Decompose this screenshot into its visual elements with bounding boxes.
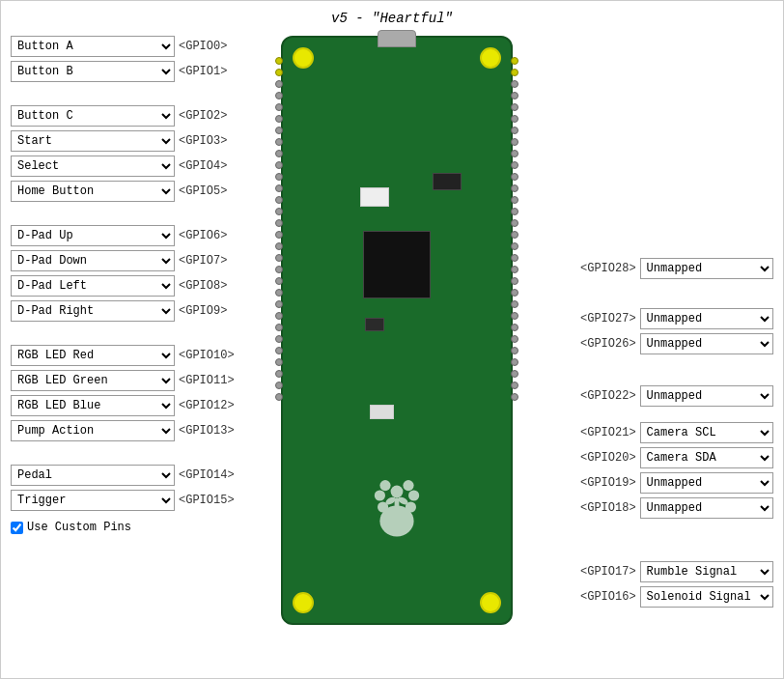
gpio17-select[interactable]: Rumble SignalUnmapped (640, 561, 773, 582)
gpio10-label: <GPIO10> (179, 349, 235, 362)
gpio2-select[interactable]: Button CUnmapped (11, 105, 175, 127)
gpio12-select[interactable]: RGB LED BlueUnmapped (11, 395, 175, 416)
gpio-row-9: D-Pad RightUnmapped <GPIO9> (11, 300, 266, 322)
gpio16-select[interactable]: Solenoid SignalUnmapped (640, 586, 773, 608)
pin-l13 (275, 196, 283, 204)
pin-l19 (275, 266, 283, 273)
gpio7-label: <GPIO7> (179, 254, 227, 268)
pin-l2 (275, 69, 283, 76)
pin-r9 (511, 150, 518, 157)
gpio4-label: <GPIO4> (179, 159, 227, 173)
gpio21-label: <GPIO21> (580, 426, 636, 439)
pin-r1 (511, 57, 518, 65)
gpio-row-10: RGB LED RedUnmapped <GPIO10> (11, 345, 266, 366)
left-column: Button AUnmappedButton B Button CStartSe… (11, 36, 266, 664)
pin-l10 (275, 161, 283, 169)
pin-l3 (275, 80, 283, 88)
svg-point-4 (408, 490, 419, 500)
right-gpio-row-16: <GPIO16> Solenoid SignalUnmapped (580, 586, 773, 608)
usb-connector (378, 30, 416, 47)
gpio16-label: <GPIO16> (580, 590, 636, 604)
pin-l7 (275, 127, 283, 134)
custom-pins-checkbox[interactable] (11, 522, 23, 534)
gpio13-select[interactable]: Pump ActionUnmapped (11, 420, 175, 441)
rpi-board (281, 36, 513, 625)
content-area: Button AUnmappedButton B Button CStartSe… (11, 36, 773, 664)
pin-r19 (511, 266, 518, 273)
pin-l30 (275, 393, 283, 401)
gpio20-select[interactable]: Camera SDAUnmappedCamera SCL (640, 447, 773, 468)
left-pins (275, 57, 283, 401)
gpio15-select[interactable]: TriggerUnmapped (11, 490, 175, 511)
pin-r28 (511, 370, 518, 378)
white-component (360, 187, 389, 207)
gpio3-select[interactable]: StartUnmapped (11, 130, 175, 152)
gpio-row-14: PedalUnmapped <GPIO14> (11, 465, 266, 486)
gpio18-label: <GPIO18> (580, 501, 636, 515)
gpio9-select[interactable]: D-Pad RightUnmapped (11, 300, 175, 322)
gpio18-select[interactable]: UnmappedButton A (640, 497, 773, 519)
right-gpio-row-20: <GPIO20> Camera SDAUnmappedCamera SCL (580, 447, 773, 468)
left-group-3: D-Pad UpUnmapped <GPIO6> D-Pad DownUnmap… (11, 225, 266, 322)
pin-l1 (275, 57, 283, 65)
gpio2-label: <GPIO2> (179, 109, 227, 123)
pin-l8 (275, 138, 283, 146)
pin-r3 (511, 80, 518, 88)
pin-r11 (511, 173, 518, 181)
pin-l20 (275, 277, 283, 285)
gpio6-select[interactable]: D-Pad UpUnmapped (11, 225, 175, 246)
pin-r13 (511, 196, 518, 204)
page-title: v5 - "Heartful" (11, 11, 773, 26)
gpio10-select[interactable]: RGB LED RedUnmapped (11, 345, 175, 366)
gpio26-select[interactable]: UnmappedButton A (640, 333, 773, 354)
gpio19-select[interactable]: UnmappedButton A (640, 472, 773, 494)
gpio22-label: <GPIO22> (580, 389, 636, 403)
left-group-1: Button AUnmappedButton B Button CStartSe… (11, 36, 266, 82)
gpio4-select[interactable]: SelectUnmapped (11, 156, 175, 177)
pin-l16 (275, 231, 283, 239)
gpio7-select[interactable]: D-Pad DownUnmapped (11, 250, 175, 271)
gpio-row-11: RGB LED GreenUnmapped <GPIO11> (11, 370, 266, 391)
component-3 (370, 405, 394, 419)
right-pins (511, 57, 518, 401)
pin-r23 (511, 312, 518, 320)
pin-l11 (275, 173, 283, 181)
gpio-row-13: Pump ActionUnmapped <GPIO13> (11, 420, 266, 441)
left-group-2: Button CUnmapped <GPIO2> StartUnmapped <… (11, 105, 266, 202)
gpio27-label: <GPIO27> (580, 312, 636, 325)
gpio-row-12: RGB LED BlueUnmapped <GPIO12> (11, 395, 266, 416)
gpio5-select[interactable]: Home ButtonUnmapped (11, 181, 175, 202)
gpio-row-0: Button AUnmappedButton B Button CStartSe… (11, 36, 266, 57)
pin-l29 (275, 382, 283, 389)
gpio-row-2: Button CUnmapped <GPIO2> (11, 105, 266, 127)
gpio21-select[interactable]: Camera SCLUnmappedCamera SDA (640, 422, 773, 443)
pin-r6 (511, 115, 518, 123)
pin-r7 (511, 127, 518, 134)
gpio14-select[interactable]: PedalUnmapped (11, 465, 175, 486)
gpio15-label: <GPIO15> (179, 494, 235, 507)
pin-l28 (275, 370, 283, 378)
pin-l21 (275, 289, 283, 297)
pin-l27 (275, 358, 283, 366)
pin-r24 (511, 324, 518, 331)
gpio28-select[interactable]: UnmappedButton ACamera SCL Camera SDARum… (640, 258, 773, 279)
pin-r27 (511, 358, 518, 366)
pin-r29 (511, 382, 518, 389)
gpio1-select[interactable]: Button BUnmappedButton A Button CStartSe… (11, 61, 175, 82)
gpio12-label: <GPIO12> (179, 399, 235, 412)
pin-l12 (275, 184, 283, 192)
gpio20-label: <GPIO20> (580, 451, 636, 465)
gpio27-select[interactable]: UnmappedButton A (640, 308, 773, 329)
gpio19-label: <GPIO19> (580, 476, 636, 490)
gpio17-label: <GPIO17> (580, 565, 636, 579)
gpio0-select[interactable]: Button AUnmappedButton B Button CStartSe… (11, 36, 175, 57)
corner-circle-bl (293, 592, 314, 613)
gpio22-select[interactable]: UnmappedButton A (640, 385, 773, 407)
gpio11-select[interactable]: RGB LED GreenUnmapped (11, 370, 175, 391)
gpio8-label: <GPIO8> (179, 279, 227, 293)
pin-r22 (511, 300, 518, 308)
pin-l4 (275, 92, 283, 99)
gpio8-select[interactable]: D-Pad LeftUnmapped (11, 275, 175, 297)
gpio0-label: <GPIO0> (179, 40, 227, 53)
svg-point-10 (379, 505, 413, 536)
